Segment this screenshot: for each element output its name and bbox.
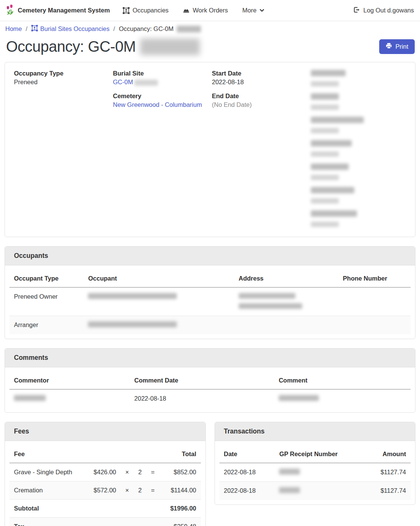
redacted-text (311, 140, 352, 147)
multiply-symbol: × (121, 481, 134, 500)
start-date-value: 2022-08-18 (212, 79, 307, 86)
redacted-text (311, 128, 339, 133)
col-address: Address (234, 270, 338, 287)
table-row: 2022-08-18 $1127.74 (219, 482, 411, 500)
fees-header-row: Fee Total (9, 446, 201, 463)
col-fee: Fee (9, 446, 86, 463)
table-row: Arranger (9, 316, 411, 335)
transaction-amount-cell: $1127.74 (357, 482, 411, 500)
comments-table: Commentor Comment Date Comment 2022-08-1… (9, 372, 411, 408)
redacted-field (311, 93, 406, 111)
fees-card: Fees Fee Total (5, 422, 206, 526)
col-phone-number: Phone Number (338, 270, 411, 287)
print-button[interactable]: Print (379, 39, 415, 54)
redacted-text (311, 198, 339, 204)
nav-links: Occupancies Work Orders More (123, 7, 264, 14)
fees-section-title: Fees (5, 422, 205, 441)
transactions-table: Date GP Receipt Number Amount 2022-08-18… (219, 446, 411, 500)
tax-label: Tax (9, 518, 159, 526)
redacted-text (311, 175, 339, 180)
col-occupant-type: Occupant Type (9, 270, 83, 287)
breadcrumb-separator: / (113, 25, 115, 32)
page-title: Occupancy: GC-0M (6, 38, 200, 55)
redacted-field (311, 70, 406, 88)
burial-site-link[interactable]: GC-0M (113, 79, 133, 85)
table-row: 2022-08-18 (9, 389, 411, 408)
nav-label-work-orders: Work Orders (193, 7, 228, 14)
fees-table: Fee Total Grave - Single Depth $426.00 (9, 446, 201, 526)
occupancies-icon (31, 25, 38, 33)
comment-cell (274, 389, 411, 408)
redacted-text (311, 222, 339, 227)
phone-cell (338, 316, 411, 335)
fee-total-cell: $852.00 (159, 463, 201, 481)
tulip-logo-icon (6, 5, 14, 17)
cemetery-label: Cemetery (113, 93, 208, 100)
field-start-date: Start Date 2022-08-18 (212, 70, 307, 86)
col-spacer (134, 446, 147, 463)
col-occupant: Occupant (83, 270, 234, 287)
details-col-3: Start Date 2022-08-18 End Date (No End D… (212, 70, 307, 234)
field-end-date: End Date (No End Date) (212, 93, 307, 108)
col-spacer (86, 446, 121, 463)
fee-name-cell: Grave - Single Depth (9, 463, 86, 481)
fee-name-cell: Cremation (9, 481, 86, 500)
redacted-text (88, 293, 177, 299)
breadcrumb-occupancies[interactable]: Burial Sites Occupancies (31, 25, 110, 33)
occupancy-type-label: Occupancy Type (14, 70, 109, 77)
occupancy-type-value: Preneed (14, 79, 109, 86)
redacted-text (177, 26, 201, 32)
col-comment: Comment (274, 372, 411, 389)
col-date: Date (219, 446, 275, 463)
address-cell (234, 287, 338, 316)
occupant-type-cell: Arranger (9, 316, 83, 335)
col-gp-receipt-number: GP Receipt Number (275, 446, 357, 463)
occupancies-icon (123, 7, 130, 14)
occupant-type-cell: Preneed Owner (9, 287, 83, 316)
redacted-text (279, 487, 300, 493)
fee-total-cell: $1144.00 (159, 481, 201, 500)
receipt-number-cell (275, 463, 357, 482)
redacted-text (134, 80, 158, 86)
breadcrumb-current: Occupancy: GC-0M (119, 25, 201, 32)
nav-item-work-orders[interactable]: Work Orders (183, 7, 228, 14)
fee-unit-cell: $426.00 (86, 463, 121, 481)
subtotal-label: Subtotal (9, 500, 159, 518)
redacted-text (311, 105, 339, 110)
equals-symbol: = (147, 463, 159, 481)
details-col-1: Occupancy Type Preneed (14, 70, 109, 234)
redacted-text (311, 117, 364, 123)
occupant-cell (83, 316, 234, 335)
logout-button[interactable]: Log Out d.gowans (353, 6, 414, 15)
field-burial-site: Burial Site GC-0M (113, 70, 208, 86)
redacted-text (311, 70, 346, 76)
top-navbar: Cemetery Management System Occupancies (0, 0, 420, 21)
logout-label: Log Out d.gowans (363, 7, 414, 14)
printer-icon (386, 43, 392, 51)
nav-item-occupancies[interactable]: Occupancies (123, 7, 168, 14)
nav-item-more[interactable]: More (242, 7, 265, 14)
app-brand[interactable]: Cemetery Management System (6, 5, 110, 17)
title-row: Occupancy: GC-0M Print (6, 38, 415, 55)
redacted-text (239, 303, 302, 309)
table-row: 2022-08-18 $1127.74 (219, 463, 411, 482)
comments-header-row: Commentor Comment Date Comment (9, 372, 411, 389)
fee-qty-cell: 2 (134, 463, 147, 481)
nav-label-more: More (242, 7, 257, 14)
comment-date-cell: 2022-08-18 (130, 389, 274, 408)
col-total: Total (159, 446, 201, 463)
redacted-text (311, 210, 357, 217)
breadcrumb: Home / Burial Sites Occupancies / Occupa… (0, 21, 420, 35)
receipt-number-cell (275, 482, 357, 500)
details-col-2: Burial Site GC-0M Cemetery New Greenwood… (113, 70, 208, 234)
transactions-card: Transactions Date GP Receipt Number Amou… (215, 422, 416, 505)
redacted-text (88, 321, 177, 327)
transaction-date-cell: 2022-08-18 (219, 463, 275, 482)
breadcrumb-home[interactable]: Home (5, 25, 22, 32)
col-amount: Amount (357, 446, 411, 463)
redacted-text (239, 293, 295, 299)
cemetery-link[interactable]: New Greenwood - Columbarium (113, 101, 202, 108)
equals-symbol: = (147, 481, 159, 500)
redacted-text (279, 395, 319, 401)
comments-section-title: Comments (5, 349, 415, 367)
